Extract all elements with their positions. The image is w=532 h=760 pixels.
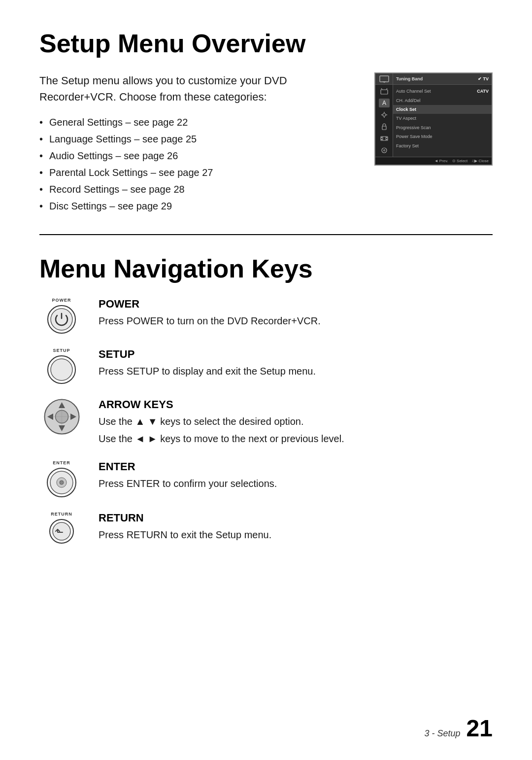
return-key-name: RETURN: [99, 512, 493, 524]
nav-key-row-arrow: ARROW KEYS Use the ▲ ▼ keys to select th…: [39, 398, 493, 447]
tv-menu-header-value: ✔ TV: [475, 75, 492, 83]
section1-title: Setup Menu Overview: [39, 30, 493, 58]
svg-point-11: [386, 114, 387, 115]
arrow-key-text2: Use the ◄ ► keys to move to the next or …: [99, 431, 493, 447]
arrow-key-icon: [39, 398, 84, 435]
tv-menu-header-label: Tuning Band: [393, 75, 475, 83]
section2-title: Menu Navigation Keys: [39, 255, 493, 283]
footer-section-label: 3 - Setup: [425, 728, 461, 739]
bullet-list: General Settings – see page 22 Language …: [39, 114, 355, 214]
return-button-icon: [49, 518, 74, 544]
tv-menu-item: Factory Set: [393, 141, 492, 150]
arrow-key-desc: ARROW KEYS Use the ▲ ▼ keys to select th…: [99, 398, 493, 447]
bullet-item: Audio Settings – see page 26: [39, 147, 355, 164]
setup-key-desc: SETUP Press SETUP to display and exit th…: [99, 348, 493, 379]
svg-point-8: [384, 112, 385, 113]
bullet-item: Disc Settings – see page 29: [39, 198, 355, 214]
svg-rect-16: [381, 137, 382, 138]
power-key-name: POWER: [99, 298, 493, 311]
svg-text:A: A: [382, 100, 386, 106]
svg-rect-3: [381, 90, 388, 94]
nav-key-row-enter: ENTER ENTER Press ENTER to confirm your …: [39, 460, 493, 498]
power-button-icon: [47, 305, 76, 334]
tv-menu-item-selected: Clock Set: [393, 105, 492, 114]
arrow-key-text1: Use the ▲ ▼ keys to select the desired o…: [99, 414, 493, 429]
arrow-key-name: ARROW KEYS: [99, 398, 493, 411]
setup-key-text: Press SETUP to display and exit the Setu…: [99, 364, 493, 379]
power-key-desc: POWER Press POWER to turn on the DVD Rec…: [99, 298, 493, 329]
setup-key-icon: SETUP: [39, 348, 84, 384]
svg-point-20: [382, 148, 387, 153]
arrow-pad-icon: [43, 398, 80, 435]
power-key-text: Press POWER to turn on the DVD Recorder+…: [99, 313, 493, 329]
svg-rect-18: [381, 139, 382, 140]
nav-key-row-setup: SETUP SETUP Press SETUP to display and e…: [39, 348, 493, 384]
setup-label-small: SETUP: [53, 348, 70, 353]
tv-menu-item: Progressive Scan: [393, 123, 492, 132]
return-key-desc: RETURN Press RETURN to exit the Setup me…: [99, 512, 493, 543]
power-label-small: POWER: [52, 298, 71, 303]
svg-point-37: [60, 481, 64, 484]
nav-key-row-return: RETURN RETURN Press RETURN to exit the S…: [39, 512, 493, 544]
setup-key-name: SETUP: [99, 348, 493, 361]
svg-rect-12: [382, 126, 386, 130]
enter-key-desc: ENTER Press ENTER to confirm your select…: [99, 460, 493, 491]
svg-point-23: [51, 309, 72, 330]
nav-keys-grid: POWER POWER Press POWER to turn on the D…: [39, 298, 493, 558]
svg-rect-0: [380, 76, 389, 82]
svg-point-10: [381, 114, 382, 115]
svg-point-9: [384, 117, 385, 118]
tv-menu-item: CH. Add/Del: [393, 96, 492, 105]
svg-rect-17: [386, 137, 387, 138]
enter-key-icon: ENTER: [39, 460, 84, 498]
enter-button-icon: [46, 467, 77, 498]
return-key-text: Press RETURN to exit the Setup menu.: [99, 527, 493, 543]
page-footer: 3 - Setup 21: [425, 717, 493, 740]
enter-key-text: Press ENTER to confirm your selections.: [99, 476, 493, 491]
tv-menu-item-catv: Auto Channel Set CATV: [393, 87, 492, 96]
tv-menu-footer: ◄ Prev. ⊙ Select ♫▶ Close: [375, 157, 492, 165]
svg-rect-19: [386, 139, 387, 140]
power-key-icon: POWER: [39, 298, 84, 334]
footer-page-number: 21: [466, 717, 493, 740]
tv-menu-item: Power Save Mode: [393, 132, 492, 141]
tv-menu-item: TV Aspect: [393, 114, 492, 123]
section-divider: [39, 234, 493, 235]
bullet-item: General Settings – see page 22: [39, 114, 355, 131]
bullet-item: Language Settings – see page 25: [39, 131, 355, 147]
return-key-icon: RETURN: [39, 512, 84, 544]
bullet-item: Parental Lock Settings – see page 27: [39, 164, 355, 181]
svg-point-21: [383, 150, 385, 151]
enter-key-name: ENTER: [99, 460, 493, 473]
return-label-small: RETURN: [51, 512, 72, 517]
svg-point-25: [51, 359, 72, 380]
setup-button-icon: [47, 355, 76, 384]
enter-label-small: ENTER: [53, 460, 70, 465]
tv-menu-screenshot: Tuning Band ✔ TV: [374, 72, 493, 166]
intro-paragraph: The Setup menu allows you to customize y…: [39, 72, 355, 105]
svg-point-7: [383, 113, 386, 116]
nav-key-row-power: POWER POWER Press POWER to turn on the D…: [39, 298, 493, 334]
bullet-item: Record Settings – see page 28: [39, 181, 355, 198]
